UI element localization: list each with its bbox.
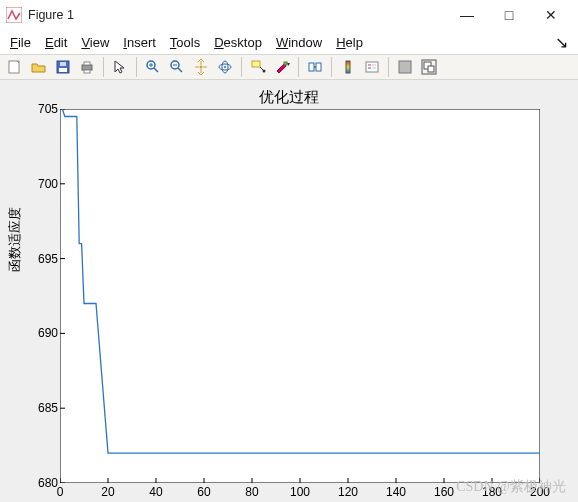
toolbar-separator — [136, 57, 137, 77]
save-icon[interactable] — [52, 56, 74, 78]
svg-point-15 — [200, 66, 203, 69]
maximize-button[interactable]: □ — [488, 1, 530, 29]
menu-overflow-icon[interactable]: ↘ — [555, 33, 568, 52]
y-axis-label: 函数适应度 — [6, 207, 24, 272]
menu-bar: File Edit View Insert Tools Desktop Wind… — [0, 30, 578, 54]
svg-rect-27 — [346, 61, 350, 73]
svg-line-13 — [178, 68, 182, 72]
svg-rect-5 — [82, 65, 92, 70]
pointer-icon[interactable] — [109, 56, 131, 78]
open-icon[interactable] — [28, 56, 50, 78]
toolbar-separator — [388, 57, 389, 77]
svg-rect-37 — [428, 66, 434, 72]
dock-icon[interactable] — [418, 56, 440, 78]
svg-rect-25 — [316, 63, 321, 71]
link-plot-icon[interactable] — [304, 56, 326, 78]
zoom-out-icon[interactable] — [166, 56, 188, 78]
menu-insert[interactable]: Insert — [123, 35, 156, 50]
toolbar-separator — [103, 57, 104, 77]
y-tick-label: 695 — [38, 252, 58, 266]
hide-tools-icon[interactable] — [394, 56, 416, 78]
y-tick-label: 680 — [38, 476, 58, 490]
pan-icon[interactable] — [190, 56, 212, 78]
svg-rect-1 — [9, 61, 19, 73]
data-cursor-icon[interactable] — [247, 56, 269, 78]
print-icon[interactable] — [76, 56, 98, 78]
rotate3d-icon[interactable] — [214, 56, 236, 78]
svg-rect-6 — [84, 62, 90, 65]
plot-wrapper: 函数适应度 0204060801001201401601802006806856… — [10, 109, 568, 499]
svg-line-9 — [154, 68, 158, 72]
menu-help[interactable]: Help — [336, 35, 363, 50]
svg-rect-29 — [366, 62, 378, 72]
svg-rect-34 — [399, 61, 411, 73]
svg-point-21 — [263, 70, 266, 73]
y-tick-label: 700 — [38, 177, 58, 191]
matlab-figure-icon — [6, 7, 22, 23]
toolbar: ▾ — [0, 54, 578, 80]
menu-file[interactable]: File — [10, 35, 31, 50]
toolbar-separator — [331, 57, 332, 77]
y-tick-label: 690 — [38, 326, 58, 340]
minimize-button[interactable]: — — [446, 1, 488, 29]
x-tick-label: 100 — [290, 485, 310, 499]
svg-rect-7 — [84, 70, 90, 73]
x-tick-label: 20 — [101, 485, 114, 499]
y-tick-label: 685 — [38, 401, 58, 415]
x-tick-label: 60 — [197, 485, 210, 499]
svg-rect-24 — [309, 63, 314, 71]
new-figure-icon[interactable] — [4, 56, 26, 78]
chart-area: 优化过程 函数适应度 02040608010012014016018020068… — [0, 80, 578, 502]
x-tick-label: 80 — [245, 485, 258, 499]
svg-rect-38 — [60, 109, 540, 483]
watermark: CSDN @紫极神光 — [456, 478, 566, 496]
svg-text:▾: ▾ — [287, 61, 290, 67]
x-tick-label: 160 — [434, 485, 454, 499]
toolbar-separator — [241, 57, 242, 77]
toolbar-separator — [298, 57, 299, 77]
x-tick-label: 40 — [149, 485, 162, 499]
svg-rect-4 — [60, 62, 66, 66]
close-button[interactable]: ✕ — [530, 1, 572, 29]
brush-icon[interactable]: ▾ — [271, 56, 293, 78]
title-bar: Figure 1 — □ ✕ — [0, 0, 578, 30]
colorbar-icon[interactable] — [337, 56, 359, 78]
chart-title: 优化过程 — [10, 88, 568, 107]
x-tick-label: 120 — [338, 485, 358, 499]
menu-tools[interactable]: Tools — [170, 35, 200, 50]
x-tick-label: 140 — [386, 485, 406, 499]
window-title: Figure 1 — [28, 8, 446, 22]
svg-point-18 — [224, 66, 226, 68]
svg-rect-3 — [59, 68, 67, 72]
zoom-in-icon[interactable] — [142, 56, 164, 78]
menu-view[interactable]: View — [81, 35, 109, 50]
menu-window[interactable]: Window — [276, 35, 322, 50]
legend-icon[interactable] — [361, 56, 383, 78]
menu-desktop[interactable]: Desktop — [214, 35, 262, 50]
y-tick-label: 705 — [38, 102, 58, 116]
svg-rect-19 — [252, 61, 260, 67]
axes[interactable] — [60, 109, 540, 483]
menu-edit[interactable]: Edit — [45, 35, 67, 50]
